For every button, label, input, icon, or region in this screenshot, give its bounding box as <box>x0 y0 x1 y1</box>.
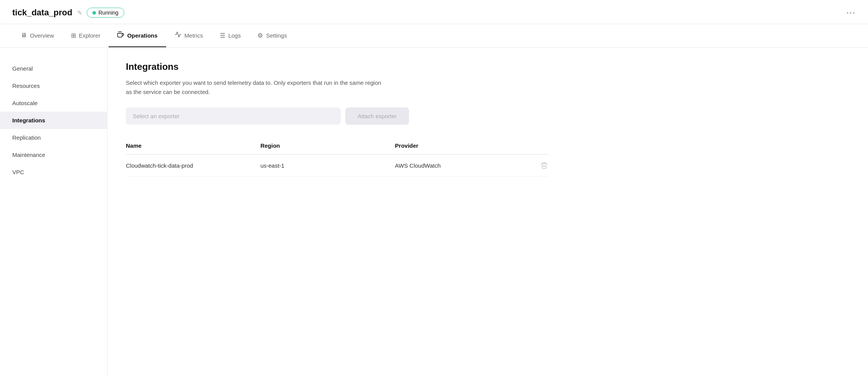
tab-metrics[interactable]: Metrics <box>166 24 211 47</box>
delete-row-button[interactable] <box>530 162 548 169</box>
sidebar-item-resources[interactable]: Resources <box>0 77 107 94</box>
overview-icon: 🖥 <box>21 32 27 39</box>
table-row: Cloudwatch-tick-data-prod us-east-1 AWS … <box>126 155 548 176</box>
logs-icon: ☰ <box>220 32 225 39</box>
column-header-actions <box>530 142 548 149</box>
status-label: Running <box>99 10 119 16</box>
column-header-region: Region <box>261 142 395 149</box>
content-description: Select which exporter you want to send t… <box>126 78 387 97</box>
operations-icon <box>117 31 124 40</box>
sidebar-item-replication[interactable]: Replication <box>0 129 107 146</box>
nav-tabs: 🖥 Overview ⊞ Explorer Operations Metrics… <box>0 24 868 48</box>
column-header-provider: Provider <box>395 142 530 149</box>
status-badge: Running <box>87 8 124 18</box>
row-region: us-east-1 <box>261 162 395 169</box>
tab-metrics-label: Metrics <box>185 32 203 39</box>
tab-overview[interactable]: 🖥 Overview <box>12 25 63 46</box>
top-bar-left: tick_data_prod ✎ Running <box>12 8 124 18</box>
more-options-button[interactable]: ··· <box>847 8 856 18</box>
exporter-select[interactable]: Select an exporter <box>126 107 341 125</box>
settings-icon: ⚙ <box>257 32 263 39</box>
top-bar: tick_data_prod ✎ Running ··· <box>0 0 868 24</box>
explorer-icon: ⊞ <box>71 32 76 39</box>
row-provider: AWS CloudWatch <box>395 162 530 169</box>
tab-operations-label: Operations <box>127 32 157 39</box>
row-name: Cloudwatch-tick-data-prod <box>126 162 261 169</box>
edit-icon[interactable]: ✎ <box>77 9 82 16</box>
sidebar-item-general[interactable]: General <box>0 60 107 77</box>
tab-logs[interactable]: ☰ Logs <box>211 25 249 47</box>
tab-explorer-label: Explorer <box>79 32 101 39</box>
service-title: tick_data_prod <box>12 8 73 18</box>
tab-settings-label: Settings <box>266 32 287 39</box>
tab-settings[interactable]: ⚙ Settings <box>249 25 295 47</box>
sidebar-item-maintenance[interactable]: Maintenance <box>0 146 107 163</box>
integrations-table: Name Region Provider Cloudwatch-tick-dat… <box>126 137 548 176</box>
tab-overview-label: Overview <box>30 32 54 39</box>
page-title: Integrations <box>126 61 850 72</box>
status-dot <box>92 11 96 15</box>
tab-logs-label: Logs <box>228 32 241 39</box>
sidebar-item-integrations[interactable]: Integrations <box>0 112 107 129</box>
main-layout: General Resources Autoscale Integrations… <box>0 48 868 376</box>
sidebar: General Resources Autoscale Integrations… <box>0 48 107 376</box>
metrics-icon <box>175 31 182 40</box>
table-header: Name Region Provider <box>126 137 548 155</box>
exporter-attach-row: Select an exporter Attach exporter <box>126 107 850 125</box>
sidebar-item-vpc[interactable]: VPC <box>0 163 107 181</box>
sidebar-item-autoscale[interactable]: Autoscale <box>0 94 107 112</box>
tab-operations[interactable]: Operations <box>109 24 166 47</box>
content-area: Integrations Select which exporter you w… <box>107 48 868 376</box>
attach-exporter-button[interactable]: Attach exporter <box>345 107 409 125</box>
tab-explorer[interactable]: ⊞ Explorer <box>63 25 109 47</box>
column-header-name: Name <box>126 142 261 149</box>
